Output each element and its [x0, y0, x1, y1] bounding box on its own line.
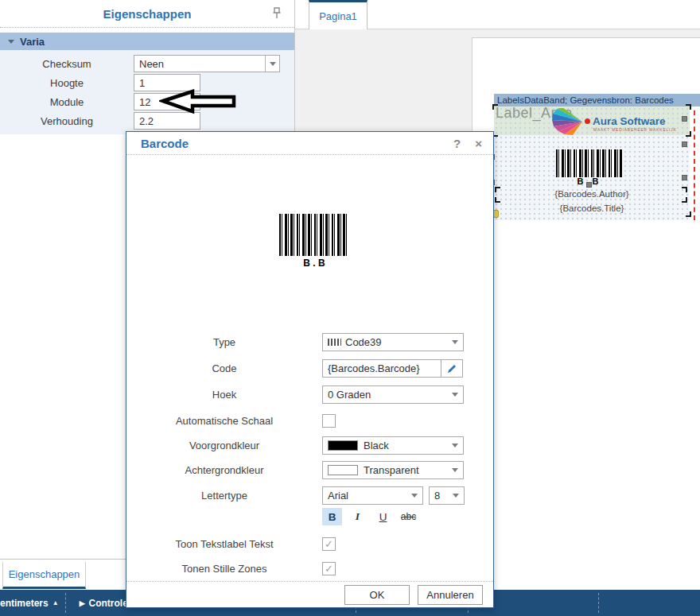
- selection-bracket: [686, 211, 691, 217]
- prop-row-verhouding: Verhouding: [0, 112, 294, 130]
- type-label: Type: [126, 336, 322, 348]
- caret-up-icon: ▲: [52, 599, 59, 606]
- color-swatch-transparent: [328, 465, 358, 475]
- row-tekstlabel: Toon Tekstlabel Tekst ✓: [126, 535, 493, 553]
- row-stillezones: Tonen Stille Zones ✓: [126, 560, 493, 578]
- bold-button[interactable]: B: [322, 508, 342, 525]
- edit-expression-button[interactable]: [441, 359, 463, 378]
- voorgrondkleur-label: Voorgrondkleur: [126, 440, 322, 451]
- resize-handle[interactable]: [682, 175, 687, 180]
- hoek-label: Hoek: [126, 389, 322, 401]
- author-expression[interactable]: {Barcodes.Author}: [494, 189, 690, 199]
- tab-pagina1[interactable]: Pagina1: [309, 0, 368, 29]
- close-icon[interactable]: ×: [475, 137, 482, 150]
- row-lettertype: Lettertype Arial 8: [126, 486, 493, 505]
- hoek-dropdown[interactable]: 0 Graden: [322, 385, 464, 404]
- tab-eigenschappen[interactable]: Eigenschappen: [2, 562, 86, 589]
- selection-bracket: [492, 104, 498, 110]
- logo-tagline: MAAKT MEDIABEHEER MAKKELIJK: [593, 128, 677, 132]
- dialog-title: Barcode: [141, 137, 439, 150]
- cancel-button[interactable]: Annuleren: [418, 585, 483, 605]
- chevron-down-icon[interactable]: [265, 56, 279, 72]
- code-input[interactable]: [322, 359, 441, 378]
- row-code: Code: [126, 359, 493, 378]
- checksum-value: Neen: [134, 58, 265, 70]
- barcode-preview-text: B . B: [279, 258, 349, 269]
- row-type: Type Code39: [126, 333, 493, 351]
- pencil-icon: [446, 363, 457, 374]
- checksum-dropdown[interactable]: Neen: [134, 55, 280, 72]
- achtergrondkleur-dropdown[interactable]: Transparent: [322, 461, 464, 479]
- tekstlabel-checkbox[interactable]: ✓: [322, 537, 336, 551]
- strikethrough-button[interactable]: abc: [399, 508, 418, 525]
- page-margin-line: [694, 110, 695, 220]
- status-separator: [598, 593, 599, 613]
- properties-panel-title: Eigenschappen: [103, 7, 192, 21]
- section-label: Varia: [20, 36, 45, 48]
- type-dropdown[interactable]: Code39: [322, 333, 464, 351]
- properties-panel-header: Eigenschappen: [0, 0, 294, 28]
- selection-bracket: [686, 131, 691, 137]
- barcode-mini-icon: [328, 339, 341, 346]
- selection-bracket: [682, 197, 687, 203]
- row-font-style: B I U abc: [126, 508, 493, 525]
- selection-bracket: [495, 187, 500, 192]
- status-separator: [65, 593, 66, 613]
- barcode-preview: B . B: [126, 155, 493, 326]
- ok-button[interactable]: OK: [344, 585, 410, 605]
- chevron-down-icon: [452, 468, 458, 472]
- databand-title: LabelsDataBand; Gegevensbron: Barcodes: [497, 95, 674, 105]
- autoschaal-label: Automatische Schaal: [126, 415, 322, 427]
- tekstlabel-label: Toon Tekstlabel Tekst: [126, 538, 322, 550]
- report-page[interactable]: LabelsDataBand; Gegevensbron: Barcodes L…: [472, 37, 700, 590]
- verhouding-label: Verhouding: [0, 115, 134, 127]
- tab-pagina1-label: Pagina1: [319, 10, 357, 22]
- resize-handle[interactable]: [586, 182, 592, 188]
- dialog-footer: OK Annuleren: [126, 581, 493, 607]
- resize-handle[interactable]: [682, 141, 687, 147]
- underline-button[interactable]: U: [373, 508, 393, 525]
- barcode-preview-bars: [279, 214, 349, 256]
- row-voorgrondkleur: Voorgrondkleur Black: [126, 436, 493, 455]
- italic-button[interactable]: I: [348, 508, 368, 525]
- logo-fan-icon: [552, 108, 585, 135]
- label-area-element[interactable]: Label_Area Aura Software: [494, 107, 690, 135]
- module-label: Module: [0, 96, 134, 108]
- help-icon[interactable]: ?: [453, 137, 461, 150]
- stillezones-checkbox[interactable]: ✓: [322, 562, 336, 575]
- units-selector[interactable]: entimeters ▲: [0, 598, 67, 609]
- chevron-down-icon: [452, 393, 458, 397]
- dialog-form: Type Code39 Code: [126, 333, 493, 578]
- hoek-value: 0 Graden: [328, 389, 371, 401]
- prop-row-module: Module: [0, 93, 294, 110]
- tab-eigenschappen-label: Eigenschappen: [9, 568, 80, 580]
- row-hoek: Hoek 0 Graden: [126, 385, 493, 404]
- selection-bracket: [686, 104, 691, 110]
- label-elements-zone: Label_Area Aura Software: [494, 107, 690, 220]
- dialog-header: Barcode ? ×: [126, 132, 493, 155]
- prop-row-hoogte: Hoogte: [0, 74, 294, 91]
- font-name-dropdown[interactable]: Arial: [322, 486, 423, 505]
- checksum-label: Checksum: [0, 58, 134, 70]
- achtergrondkleur-label: Achtergrondkleur: [126, 464, 322, 476]
- chevron-down-icon: [411, 494, 418, 498]
- selection-bracket: [682, 187, 687, 192]
- barcode-element[interactable]: [556, 149, 623, 177]
- stillezones-label: Tonen Stille Zones: [126, 563, 322, 575]
- title-expression[interactable]: {Barcodes.Title}: [494, 203, 690, 213]
- voorgrondkleur-dropdown[interactable]: Black: [322, 436, 464, 455]
- prop-row-checksum: Checksum Neen: [0, 55, 294, 72]
- achtergrondkleur-value: Transparent: [364, 464, 419, 476]
- section-header-varia[interactable]: Varia: [0, 33, 294, 50]
- logo-dot-icon: [585, 118, 590, 124]
- play-icon: ▶: [80, 599, 85, 607]
- autoschaal-checkbox[interactable]: [322, 414, 336, 428]
- resize-handle[interactable]: [682, 116, 687, 122]
- pin-icon[interactable]: [272, 7, 282, 19]
- page-tab-bar: Pagina1: [295, 0, 700, 29]
- font-size-dropdown[interactable]: 8: [429, 486, 465, 505]
- barcode-dialog: Barcode ? × B . B Type Code39 Code: [126, 131, 494, 608]
- selection-bracket: [495, 197, 500, 203]
- row-achtergrondkleur: Achtergrondkleur Transparent: [126, 461, 493, 479]
- font-name-value: Arial: [328, 490, 348, 502]
